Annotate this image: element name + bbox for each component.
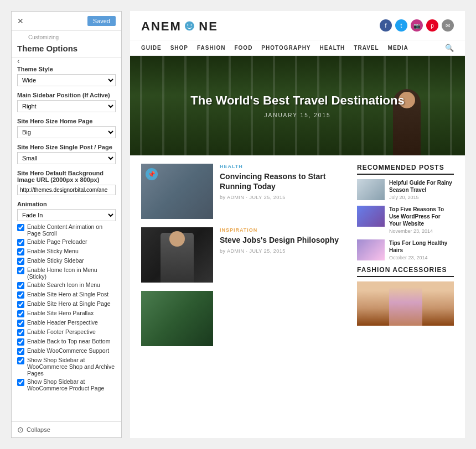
instagram-icon[interactable]: 📷 (411, 19, 423, 32)
hero-title: The World's Best Travel Destinations (190, 93, 404, 108)
checkbox-0[interactable] (17, 224, 24, 231)
nav-guide[interactable]: GUIDE (141, 45, 162, 51)
checkbox-row-5: Enable Search Icon in Menu (17, 281, 116, 289)
collapse-button[interactable]: ⊙ Collapse (12, 421, 121, 437)
nav-food[interactable]: FOOD (234, 45, 252, 51)
post-title-1[interactable]: Convincing Reasons to Start Running Toda… (220, 171, 346, 191)
recommended-title: RECOMMENDED POSTS (357, 164, 454, 171)
checkbox-row-7: Enable Site Hero at Single Page (17, 300, 116, 308)
checkbox-13[interactable] (17, 357, 24, 364)
fashion-title: FASHION ACCESSORIES (357, 266, 454, 274)
checkboxes-container: Enable Content Animation on Page ScrollE… (17, 223, 116, 391)
breadcrumb: Customizing (28, 34, 116, 40)
posts-column: 📌 HEALTH Convincing Reasons to Start Run… (141, 164, 346, 430)
post-tag-1: HEALTH (220, 164, 346, 169)
checkbox-label-3: Enable Sticky Sidebar (27, 257, 84, 264)
checkbox-6[interactable] (17, 291, 24, 299)
hero-size-single-label: Site Hero Size Single Post / Page (17, 144, 116, 150)
collapse-label: Collapse (27, 426, 50, 433)
theme-style-select[interactable]: Wide (17, 74, 116, 86)
animation-select[interactable]: Fade In (17, 209, 116, 221)
panel-top-bar: ✕ Saved (12, 12, 121, 31)
back-arrow-button[interactable]: ‹ (17, 56, 20, 65)
post-content-2: INSPIRATION Steve Jobs's Design Philosop… (220, 227, 346, 254)
checkbox-8[interactable] (17, 310, 24, 317)
rec-title-3[interactable]: Tips For Long Healthy Hairs (389, 239, 454, 254)
rec-content-1: Helpful Guide For Rainy Season Travel Ju… (389, 179, 454, 200)
search-icon[interactable]: 🔍 (445, 44, 454, 52)
checkbox-row-12: Enable WooCommerce Support (17, 347, 116, 355)
site-nav: GUIDE SHOP FASHION FOOD PHOTOGRAPHY HEAL… (130, 40, 465, 56)
checkbox-row-2: Enable Sticky Menu (17, 248, 116, 255)
close-button[interactable]: ✕ (17, 17, 24, 25)
post-thumbnail-2 (141, 227, 213, 283)
rec-post-1: Helpful Guide For Rainy Season Travel Ju… (357, 179, 454, 200)
post-content-1: HEALTH Convincing Reasons to Start Runni… (220, 164, 346, 200)
post-card-2: INSPIRATION Steve Jobs's Design Philosop… (141, 227, 346, 283)
rec-date-3: October 23, 2014 (389, 255, 454, 260)
animation-label: Animation (17, 201, 116, 207)
main-area: 📌 HEALTH Convincing Reasons to Start Run… (130, 155, 465, 438)
checkbox-7[interactable] (17, 301, 24, 308)
checkbox-9[interactable] (17, 320, 24, 327)
pinterest-icon[interactable]: p (426, 19, 438, 32)
nav-health[interactable]: HEALTH (320, 45, 345, 51)
checkbox-row-14: Show Shop Sidebar at WooCommerce Product… (17, 378, 116, 391)
rec-date-1: July 20, 2015 (389, 195, 454, 200)
checkbox-row-9: Enable Header Perspective (17, 319, 116, 327)
checkbox-10[interactable] (17, 329, 24, 336)
rec-title-2[interactable]: Top Five Reasons To Use WordPress For Yo… (389, 206, 454, 227)
fashion-image (357, 281, 454, 326)
checkbox-label-8: Enable Site Hero Parallax (27, 310, 94, 316)
checkbox-label-14: Show Shop Sidebar at WooCommerce Product… (27, 378, 116, 391)
rec-date-2: November 23, 2014 (389, 228, 454, 234)
nav-photography[interactable]: PHOTOGRAPHY (261, 45, 311, 51)
checkbox-label-11: Enable Back to Top near Bottom (27, 338, 110, 344)
email-icon[interactable]: ✉ (442, 19, 454, 32)
checkbox-row-4: Enable Home Icon in Menu (Sticky) (17, 267, 116, 280)
site-preview: ANEM☻NE f t 📷 p ✉ GUIDE SHOP FASHION FOO… (130, 11, 465, 438)
saved-button[interactable]: Saved (87, 16, 116, 26)
nav-fashion[interactable]: FASHION (197, 45, 225, 51)
facebook-icon[interactable]: f (380, 19, 392, 32)
hero-section: The World's Best Travel Destinations JAN… (130, 56, 465, 155)
site-header: ANEM☻NE f t 📷 p ✉ (130, 11, 465, 40)
nav-travel[interactable]: TRAVEL (354, 45, 379, 51)
hero-bg-input[interactable] (17, 185, 116, 195)
panel-title: Theme Options (12, 43, 121, 58)
checkbox-4[interactable] (17, 267, 24, 274)
fashion-divider (357, 276, 454, 277)
checkbox-5[interactable] (17, 282, 24, 289)
sidebar-position-select[interactable]: Right (17, 100, 116, 112)
post-thumbnail-3 (141, 291, 213, 346)
rec-thumb-3 (357, 239, 385, 260)
twitter-icon[interactable]: t (395, 19, 407, 32)
checkbox-14[interactable] (17, 379, 24, 386)
rec-post-2: Top Five Reasons To Use WordPress For Yo… (357, 206, 454, 234)
checkbox-1[interactable] (17, 239, 24, 246)
checkbox-label-0: Enable Content Animation on Page Scroll (27, 223, 116, 237)
panel-scroll-area: Theme Style Wide Main Sidebar Position (… (12, 58, 121, 421)
hero-bg-label: Site Hero Default Background Image URL (… (17, 170, 116, 183)
checkbox-label-5: Enable Search Icon in Menu (27, 281, 100, 288)
checkbox-row-8: Enable Site Hero Parallax (17, 310, 116, 317)
checkbox-label-6: Enable Site Hero at Single Post (27, 291, 108, 297)
checkbox-row-1: Enable Page Preloader (17, 238, 116, 246)
sidebar-position-label: Main Sidebar Position (If Active) (17, 92, 116, 98)
post-title-2[interactable]: Steve Jobs's Design Philosophy (220, 235, 346, 245)
hero-size-single-select[interactable]: Small (17, 152, 116, 164)
checkbox-row-11: Enable Back to Top near Bottom (17, 338, 116, 346)
checkbox-3[interactable] (17, 258, 24, 265)
hero-date: JANUARY 15, 2015 (264, 112, 330, 118)
checkbox-2[interactable] (17, 248, 24, 255)
nav-media[interactable]: MEDIA (388, 45, 408, 51)
checkbox-11[interactable] (17, 338, 24, 346)
post-card-1: 📌 HEALTH Convincing Reasons to Start Run… (141, 164, 346, 219)
fashion-section: FASHION ACCESSORIES (357, 266, 454, 326)
rec-title-1[interactable]: Helpful Guide For Rainy Season Travel (389, 179, 454, 194)
checkbox-12[interactable] (17, 348, 24, 355)
collapse-icon: ⊙ (17, 425, 24, 434)
nav-shop[interactable]: SHOP (170, 45, 188, 51)
hero-size-home-select[interactable]: Big (17, 126, 116, 138)
sidebar-column: RECOMMENDED POSTS Helpful Guide For Rain… (357, 164, 454, 430)
